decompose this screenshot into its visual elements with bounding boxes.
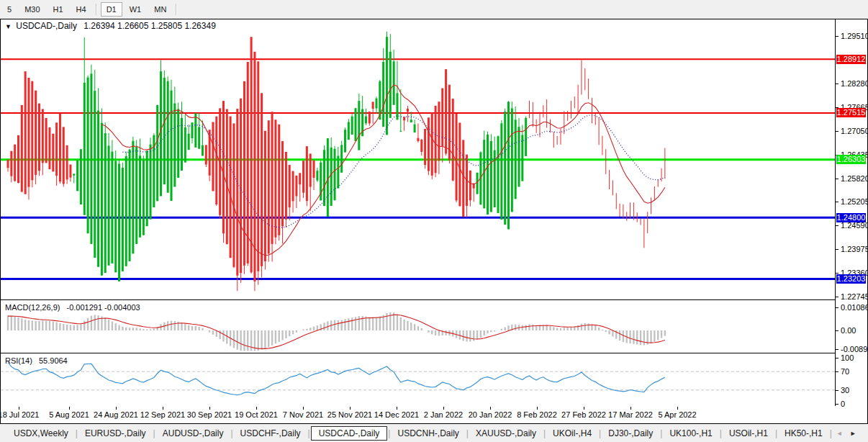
candle-body [63,127,65,184]
candle-body [271,112,273,244]
candle-body [452,99,454,181]
tab-audusd-daily[interactable]: AUDUSD-,Daily [156,426,230,441]
candle-body [230,117,232,258]
candle-body [163,78,166,184]
tab-usdx-weekly[interactable]: USDX,Weekly [7,426,75,441]
candle-body [202,145,204,156]
tab-hk50-h1[interactable]: HK50-,H1 [778,426,829,441]
candle-body [188,134,190,150]
tab-ukoil-h4[interactable]: UKOil-,H4 [546,426,598,441]
candle-body [205,145,207,164]
candle-body [428,117,430,171]
candle-body [215,117,217,204]
candle-body [222,101,225,233]
candle-body [334,149,336,201]
candle-body [232,123,235,266]
candle-body [171,91,173,201]
candle-body [198,127,200,148]
macd-values: -0.001291 -0.004003 [66,303,140,312]
candle-body [135,147,137,244]
candle-body [299,173,301,184]
tab-usoil-h1[interactable]: USOil-,H1 [723,426,774,441]
price-tick-mark [836,84,838,84]
candle-body [156,105,158,201]
candle-body [45,118,48,163]
timeframe-button-w1[interactable]: W1 [124,2,148,17]
rsi-chart-canvas[interactable] [1,355,835,406]
candle-body [97,111,99,267]
price-pane[interactable]: ▼ USDCAD-,Daily 1.26394 1.26605 1.25805 … [1,19,835,299]
symbol-dropdown-icon[interactable]: ▼ [5,23,12,30]
macd-label: MACD(12,26,9) -0.001291 -0.004003 [5,303,140,312]
time-tick-mark [490,407,491,410]
timeframe-button-5[interactable]: 5 [1,2,17,17]
candle-body [76,161,78,191]
candle-body [431,112,433,175]
toolbar-separator [96,4,97,15]
price-tick-label: 1.22745 [841,292,868,301]
candle-body [250,37,253,272]
candle-body [27,78,30,187]
candle-body [348,122,350,140]
price-chart-canvas[interactable] [1,19,835,299]
candle-body [414,125,416,132]
time-tick-mark [630,407,631,410]
candle-body [372,102,374,109]
candle-body [132,141,134,254]
candle-body [59,113,61,181]
tab-usdchf-daily[interactable]: USDCHF-,Daily [234,426,307,441]
timeframe-button-mn[interactable]: MN [148,2,172,17]
tab-uk100-h1[interactable]: UK100-,H1 [663,426,718,441]
rsi-tick-label: 0 [841,400,845,408]
candle-body [268,120,270,253]
macd-tick-mark [836,330,838,331]
candle-body [386,37,388,135]
time-axis[interactable]: 18 Jul 20215 Aug 202124 Aug 202112 Sep 2… [1,407,835,423]
candle-body [309,153,312,186]
tab-eurusd-daily[interactable]: EURUSD-,Daily [78,426,153,441]
candle-body [358,101,360,150]
price-tick-mark [836,273,838,274]
price-tick-label: 1.25205 [841,197,868,206]
candle-body [21,105,23,191]
candle-body [456,114,458,201]
timeframe-button-h1[interactable]: H1 [48,2,69,17]
candle-body [369,112,371,123]
candle-body [438,102,440,161]
tab-usdcnh-daily[interactable]: USDCNH-,Daily [391,426,465,441]
chart-window: ▼ USDCAD-,Daily 1.26394 1.26605 1.25805 … [0,19,868,424]
candle-body [337,155,339,188]
candle-body [42,109,44,163]
time-tick-mark [584,407,584,410]
timeframe-button-m30[interactable]: M30 [19,2,45,17]
candle-body [52,134,54,172]
candle-body [420,140,422,152]
rsi-pane[interactable]: RSI(14) 55.9064 [1,355,835,406]
candle-body [194,113,196,148]
tab-xauusd-daily[interactable]: XAUUSD-,Daily [469,426,543,441]
macd-pane[interactable]: MACD(12,26,9) -0.001291 -0.004003 [1,302,835,353]
candle-body [55,122,58,176]
candle-body [511,109,513,212]
rsi-tick-label: 30 [841,386,849,394]
timeframe-button-d1[interactable]: D1 [101,2,122,17]
tab-usdcad-daily[interactable]: USDCAD-,Daily [311,426,388,441]
rsi-name: RSI(14) [5,356,32,365]
tab-scroll-right-icon[interactable]: ► [846,430,860,437]
candle-body [31,81,33,181]
price-tick-mark [836,225,838,226]
candle-body [38,104,40,171]
price-axis[interactable]: 1.295101.282801.276651.270501.264351.258… [835,19,867,406]
rsi-tick-mark [836,371,838,372]
tab-dj30-daily[interactable]: DJ30-,Daily [602,426,659,441]
price-tick-label: 1.29510 [841,32,868,40]
rsi-value: 55.9064 [39,356,68,365]
candle-body [191,122,193,138]
candle-body [302,161,304,192]
candle-body [306,146,308,201]
candle-body [69,165,71,178]
candle-body [490,141,492,212]
timeframe-button-h4[interactable]: H4 [71,2,92,17]
tab-scroll-left-icon[interactable]: ◄ [833,430,846,437]
time-tick-mark [537,407,538,410]
